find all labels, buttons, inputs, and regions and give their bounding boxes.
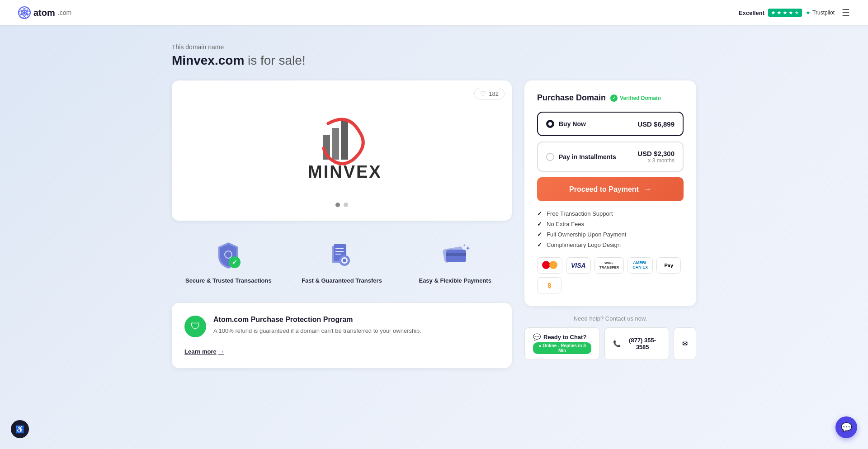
applepay-text: Pay [664,263,673,268]
checklist-label-4: Complimentary Logo Design [547,241,621,248]
main-content: This domain name Minvex.com is for sale!… [163,25,705,386]
carousel-dots [185,203,498,207]
learn-more-arrow: → [218,348,224,355]
email-button[interactable]: ✉ [674,327,696,360]
like-count: 182 [489,90,499,97]
star-2: ★ [777,9,782,16]
protection-card: 🛡 Atom.com Purchase Protection Program A… [172,303,512,368]
fast-icon [326,239,358,271]
checklist-label-1: Free Transaction Support [547,210,613,217]
checklist-item-2: ✓ No Extra Fees [537,221,684,227]
trustpilot-text: Trustpilot [812,9,835,16]
protection-desc: A 100% refund is guaranteed if a domain … [213,326,421,336]
feature-fast: Fast & Guaranteed Transfers [285,232,399,292]
phone-button[interactable]: 📞 (877) 355-3585 [604,327,669,360]
buy-now-price: USD $6,899 [637,120,675,128]
star-4: ★ [788,9,793,16]
svg-rect-22 [446,253,466,256]
protection-title: Atom.com Purchase Protection Program [213,316,421,324]
star-1: ★ [771,9,776,16]
installments-option[interactable]: Pay in Installments USD $2,300 x 3 month… [537,142,684,172]
check-icon-2: ✓ [537,221,542,227]
visa-badge: VISA [566,257,591,274]
domain-logo-display: MINVEX [185,94,498,198]
feature-secure-label: Secure & Trusted Transactions [185,277,272,285]
purchase-header: Purchase Domain ✓ Verified Domain [537,93,684,103]
proceed-arrow-icon: → [643,184,651,194]
accessibility-icon: ♿ [15,425,24,434]
verified-badge: ✓ Verified Domain [610,95,661,102]
proceed-to-payment-button[interactable]: Proceed to Payment → [537,177,684,201]
excellent-label: Excellent [739,9,764,16]
bitcoin-badge: ₿ [537,277,561,293]
bitcoin-icon: ₿ [548,282,551,289]
mc-right [549,261,557,269]
visa-text: VISA [571,262,586,269]
phone-icon: 📞 [613,340,621,347]
carousel-dot-2[interactable] [344,203,348,207]
domain-title: Minvex.com is for sale! [172,53,696,68]
trustpilot-star-icon: ★ [806,9,811,16]
chat-btn-label: Ready to Chat? [543,334,586,340]
amex-badge: AMERI-CAN EX [627,257,653,274]
accessibility-button[interactable]: ♿ [11,420,29,438]
check-icon-1: ✓ [537,210,542,217]
radio-inner [548,122,552,126]
buy-now-radio [546,120,554,128]
logo[interactable]: atom.com [18,6,71,19]
checklist-item-3: ✓ Full Ownership Upon Payment [537,231,684,238]
trustpilot-label: ★ Trustpilot [806,9,835,16]
feature-easy-label: Easy & Flexible Payments [419,277,491,285]
verified-label: Verified Domain [620,95,661,101]
installments-price-sub: x 3 months [637,157,675,164]
check-icon-3: ✓ [537,231,542,238]
chat-icon: 💬 [533,333,541,340]
right-panel: Purchase Domain ✓ Verified Domain [524,80,696,360]
logo-text: atom [33,8,55,18]
purchase-title: Purchase Domain [537,93,606,103]
minvex-logo-svg: MINVEX [269,108,414,189]
wire-badge: WIRETRANSFER [594,257,624,274]
buy-now-left: Buy Now [546,120,586,128]
carousel-dot-1[interactable] [335,203,340,207]
trustpilot-stars: ★ ★ ★ ★ ★ [768,9,802,17]
domain-name: Minvex.com [172,53,244,67]
verified-dot: ✓ [610,95,618,102]
star-3: ★ [783,9,788,16]
chat-widget-button[interactable]: 💬 [835,416,857,438]
svg-text:✓: ✓ [232,259,237,266]
checklist-item-1: ✓ Free Transaction Support [537,210,684,217]
ready-to-chat-button[interactable]: 💬 Ready to Chat? ● Online - Replies in 3… [524,327,600,360]
protection-shield: 🛡 [184,316,206,337]
shield-icon: 🛡 [190,321,200,332]
payment-methods: VISA WIRETRANSFER AMERI-CAN EX Pay [537,257,684,293]
buy-now-price-main: USD $6,899 [637,120,675,128]
amex-text: AMERI-CAN EX [632,261,648,270]
buy-now-option[interactable]: Buy Now USD $6,899 [537,112,684,136]
learn-more-button[interactable]: Learn more → [184,348,224,355]
checklist-label-3: Full Ownership Upon Payment [547,231,626,238]
installments-price-main: USD $2,300 [637,150,675,157]
protection-text-area: Atom.com Purchase Protection Program A 1… [213,316,421,336]
logo-card: ♡ 182 MINVEX [172,80,512,221]
svg-text:MINVEX: MINVEX [308,162,382,181]
star-5: ★ [794,9,799,16]
atom-logo-icon [18,6,31,19]
installments-price: USD $2,300 x 3 months [637,150,675,164]
protection-header: 🛡 Atom.com Purchase Protection Program A… [184,316,499,337]
checklist-label-2: No Extra Fees [547,221,584,227]
two-column-layout: ♡ 182 MINVEX [172,80,696,368]
contact-buttons: 💬 Ready to Chat? ● Online - Replies in 3… [524,327,696,360]
contact-section: Need help? Contact us now. 💬 Ready to Ch… [524,315,696,360]
wire-text: WIRETRANSFER [599,261,619,269]
feature-easy: ✦ ✦ Easy & Flexible Payments [398,232,512,292]
hamburger-menu[interactable]: ☰ [842,7,850,18]
svg-rect-6 [332,128,339,160]
phone-label: (877) 355-3585 [624,337,660,350]
contact-label: Need help? Contact us now. [524,315,696,322]
header-right: Excellent ★ ★ ★ ★ ★ ★ Trustpilot ☰ [739,7,850,18]
chat-btn-inner: 💬 Ready to Chat? [533,333,586,340]
like-badge[interactable]: ♡ 182 [474,88,505,99]
applepay-badge: Pay [656,257,681,274]
checklist: ✓ Free Transaction Support ✓ No Extra Fe… [537,210,684,248]
